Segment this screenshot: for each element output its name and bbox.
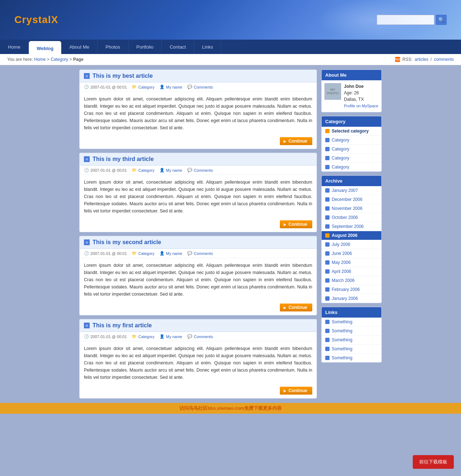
comment-icon: 💬 [187,168,192,172]
link-5[interactable]: Something [332,355,352,360]
link-1[interactable]: Something [332,319,352,324]
article-1-header: This is my best article [80,70,317,82]
folder-icon: 📁 [132,168,137,172]
link-2[interactable]: Something [332,328,352,333]
article-3-comments: 💬Comments [187,251,213,256]
about-name: John Doe [344,84,364,89]
link-icon-4 [325,347,330,351]
article-4-continue[interactable]: Continue [280,387,312,395]
article-3-meta: 🕑2007-01-01 @ 00:01 📁Category 👤My name 💬… [80,249,317,258]
link-icon-1 [325,320,330,324]
about-location: Dallas, TX [344,97,364,102]
article-1-continue[interactable]: Continue [280,137,312,145]
article-2-continue[interactable]: Continue [280,220,312,228]
nav-bar: Home Weblog About Me Photos Portfolio Co… [0,40,461,54]
archive-icon [325,206,330,211]
user-icon: 👤 [160,168,165,172]
clock-icon: 🕑 [84,85,89,89]
article-1-comments: 💬Comments [187,85,213,89]
category-link-4[interactable]: Category [332,165,349,170]
article-3-continue[interactable]: Continue [280,304,312,311]
category-link-3[interactable]: Category [332,156,349,161]
article-1-author: 👤My name [160,85,182,89]
article-4-date: 🕑2007-01-01 @ 00:01 [84,334,127,339]
comment-icon: 💬 [187,334,192,339]
rss-area: RSS RSS: articles / comments [395,57,454,62]
nav-home[interactable]: Home [0,40,29,54]
about-age: 26 [354,90,359,95]
search-input[interactable] [377,15,434,25]
clock-icon: 🕑 [84,334,89,339]
link-3[interactable]: Something [332,337,352,342]
category-link-selected[interactable]: Selected category [332,129,369,134]
category-item-4: Category [322,163,381,171]
breadcrumb-category[interactable]: Category [51,57,68,62]
article-1-title[interactable]: This is my best article [93,73,153,79]
rss-comments-link[interactable]: comments [434,57,454,62]
folder-icon: 📁 [132,334,137,339]
article-2-meta: 🕑2007-01-01 @ 00:01 📁Category 👤My name 💬… [80,166,317,175]
article-4-title[interactable]: This is my first article [93,322,152,329]
article-3-title[interactable]: This is my second article [93,239,161,246]
archive-icon [325,197,330,202]
breadcrumb-home[interactable]: Home [34,57,46,62]
category-link-2[interactable]: Category [332,147,349,152]
archive-oct-2006: October 2006 [322,213,381,222]
archive-icon [325,224,330,229]
category-list: Selected category Category Category Cate… [322,127,381,171]
sidebar-category-header: Category [322,116,381,127]
archive-icon [325,260,330,265]
search-area: 🔍 [377,15,447,25]
article-2-title[interactable]: This is my third article [93,156,154,162]
nav-weblog[interactable]: Weblog [29,41,62,54]
bottom-bar: 访问鸟鸟社区bbs.xieniao.com免费下载更多内容 [0,403,461,414]
link-icon-3 [325,338,330,342]
archive-feb-2006: February 2006 [322,285,381,294]
nav-links[interactable]: Links [194,40,221,54]
article-3-header: This is my second article [80,236,317,249]
article-2-comments: 💬Comments [187,168,213,172]
archive-icon [325,251,330,256]
article-2-author: 👤My name [160,168,182,172]
archive-sep-2006: September 2006 [322,222,381,231]
download-button[interactable]: 前往下载模板 [413,455,454,469]
header: CrystalX 🔍 [0,0,461,40]
article-1-meta: 🕑2007-01-01 @ 00:01 📁Category 👤My name 💬… [80,82,317,92]
category-icon-4 [325,165,330,169]
content-area: This is my best article 🕑2007-01-01 @ 00… [79,69,317,399]
rss-label: RSS: [402,57,412,62]
archive-mar-2006: March 2006 [322,276,381,285]
archive-jan-2007: January 2007 [322,186,381,195]
article-2-body: Lorem ipsum dolor sit amet, consectetuer… [80,175,317,218]
archive-may-2006: May 2006 [322,258,381,267]
article-4-footer: Continue [80,385,317,398]
sidebar-links: Links Something Something Something Some… [321,307,382,363]
category-item-selected: Selected category [322,127,381,136]
profile-link[interactable]: Profile on MySpace [344,104,378,108]
link-4[interactable]: Something [332,346,352,351]
comment-icon: 💬 [187,251,192,256]
nav-about-me[interactable]: About Me [61,40,98,54]
archive-nov-2006: November 2006 [322,204,381,213]
clock-icon: 🕑 [84,168,89,172]
category-icon-1 [325,138,330,142]
rss-articles-link[interactable]: articles [415,57,428,62]
nav-contact[interactable]: Contact [162,40,194,54]
about-age-label: Age: [344,90,353,95]
sidebar-archive-header: Archive [322,176,381,186]
about-info: John Doe Age: 26 Dallas, TX Profile on M… [344,83,378,109]
breadcrumb-bar: You are here: Home > Category > Page RSS… [0,54,461,65]
category-link-1[interactable]: Category [332,138,349,143]
nav-photos[interactable]: Photos [98,40,128,54]
category-icon-3 [325,156,330,160]
article-2: This is my third article 🕑2007-01-01 @ 0… [79,153,317,232]
sidebar-category: Category Selected category Category Cate… [321,116,382,172]
archive-icon [325,287,330,292]
nav-portfolio[interactable]: Portfolio [129,40,162,54]
archive-icon [325,188,330,193]
article-1-footer: Continue [80,135,317,149]
category-item-3: Category [322,154,381,163]
folder-icon: 📁 [132,251,137,256]
comment-icon: 💬 [187,85,192,89]
search-button[interactable]: 🔍 [436,15,447,25]
